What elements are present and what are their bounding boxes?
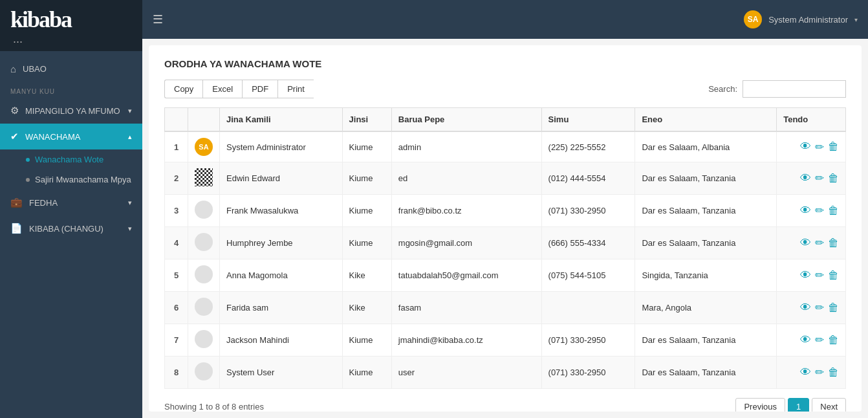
edit-icon[interactable]: ✏ (815, 269, 824, 282)
menu-section-label: MANYU KUU (0, 82, 142, 98)
view-icon[interactable]: 👁 (800, 366, 811, 379)
cell-avatar (188, 227, 220, 259)
cell-email: frank@bibo.co.tz (391, 195, 541, 227)
cell-num: 7 (165, 324, 188, 357)
cell-email: admin (391, 131, 541, 162)
delete-icon[interactable]: 🗑 (828, 269, 839, 282)
sidebar-item-sajiri[interactable]: Sajiri Mwanachama Mpya (0, 170, 142, 190)
cell-avatar (188, 324, 220, 357)
cell-action: 👁 ✏ 🗑 (777, 357, 846, 389)
cell-action: 👁 ✏ 🗑 (777, 227, 846, 259)
sidebar-item-kibaba-changu[interactable]: 📄 KIBABA (CHANGU) ▾ (0, 215, 142, 241)
avatar (195, 330, 213, 348)
cell-phone: (071) 330-2950 (541, 357, 635, 389)
table-row: 8System UserKiumeuser(071) 330-2950Dar e… (165, 357, 846, 389)
chevron-down-icon: ▾ (128, 107, 132, 115)
edit-icon[interactable]: ✏ (815, 333, 824, 347)
cell-gender: Kiume (342, 227, 391, 259)
cell-location: Dar es Salaam, Albania (635, 131, 777, 162)
cell-email: user (391, 357, 541, 389)
col-num (165, 108, 188, 132)
col-location: Eneo (635, 108, 777, 132)
cell-num: 3 (165, 195, 188, 227)
chevron-down-icon: ▾ (128, 225, 132, 233)
copy-button[interactable]: Copy (164, 80, 202, 98)
edit-icon[interactable]: ✏ (815, 204, 824, 217)
view-icon[interactable]: 👁 (800, 172, 811, 185)
sidebar-item-ubao-label: UBAO (23, 64, 47, 74)
view-icon[interactable]: 👁 (800, 302, 811, 314)
previous-button[interactable]: Previous (735, 398, 785, 412)
gear-icon: ⚙ (10, 105, 19, 116)
cell-action: 👁 ✏ 🗑 (777, 292, 846, 324)
cell-phone (541, 292, 635, 324)
delete-icon[interactable]: 🗑 (828, 237, 839, 250)
delete-icon[interactable]: 🗑 (828, 366, 839, 379)
view-icon[interactable]: 👁 (800, 334, 811, 347)
search-area: Search: (708, 80, 846, 98)
cell-email: jmahindi@kibaba.co.tz (391, 324, 541, 357)
cell-action: 👁 ✏ 🗑 (777, 131, 846, 162)
table-header-row: Jina Kamili Jinsi Barua Pepe Simu Eneo T… (165, 108, 846, 132)
cell-location: Dar es Salaam, Tanzania (635, 195, 777, 227)
delete-icon[interactable]: 🗑 (828, 302, 839, 314)
cell-avatar (188, 357, 220, 389)
cell-name: Jackson Mahindi (220, 324, 343, 357)
sidebar: kibaba ... ⌂ UBAO MANYU KUU ⚙ MIPANGILIO… (0, 0, 142, 418)
view-icon[interactable]: 👁 (800, 140, 811, 153)
document-icon: 📄 (10, 223, 23, 234)
cell-email: fasam (391, 292, 541, 324)
view-icon[interactable]: 👁 (800, 237, 811, 250)
view-icon[interactable]: 👁 (800, 269, 811, 282)
action-icons: 👁 ✏ 🗑 (783, 301, 839, 314)
cell-phone: (012) 444-5554 (541, 162, 635, 195)
cell-name: Humphrey Jembe (220, 227, 343, 259)
cell-name: Farida sam (220, 292, 343, 324)
sidebar-item-wanachama-wote[interactable]: Wanachama Wote (0, 149, 142, 170)
cell-location: Singida, Tanzania (635, 259, 777, 292)
col-email: Barua Pepe (391, 108, 541, 132)
page-1-button[interactable]: 1 (788, 398, 809, 412)
cell-phone: (225) 225-5552 (541, 131, 635, 162)
avatar (195, 362, 213, 380)
col-name: Jina Kamili (220, 108, 343, 132)
cell-gender: Kiume (342, 131, 391, 162)
cell-phone: (666) 555-4334 (541, 227, 635, 259)
sidebar-item-ubao[interactable]: ⌂ UBAO (0, 56, 142, 82)
print-button[interactable]: Print (277, 80, 314, 98)
avatar (195, 298, 213, 316)
hamburger-icon[interactable]: ☰ (153, 12, 163, 27)
cell-gender: Kiume (342, 162, 391, 195)
action-icons: 👁 ✏ 🗑 (783, 204, 839, 217)
chevron-down-icon[interactable]: ▾ (854, 16, 858, 23)
delete-icon[interactable]: 🗑 (828, 334, 839, 347)
edit-icon[interactable]: ✏ (815, 301, 824, 314)
delete-icon[interactable]: 🗑 (828, 172, 839, 185)
search-input[interactable] (743, 80, 846, 98)
edit-icon[interactable]: ✏ (815, 236, 824, 250)
edit-icon[interactable]: ✏ (815, 366, 824, 379)
edit-icon[interactable]: ✏ (815, 171, 824, 185)
pdf-button[interactable]: PDF (242, 80, 277, 98)
sidebar-item-mipangilio[interactable]: ⚙ MIPANGILIO YA MFUMO ▾ (0, 98, 142, 124)
table-row: 4Humphrey JembeKiumemgosin@gmail.com(666… (165, 227, 846, 259)
col-phone: Simu (541, 108, 635, 132)
cell-name: Edwin Edward (220, 162, 343, 195)
showing-entries: Showing 1 to 8 of 8 entries (164, 402, 264, 412)
view-icon[interactable]: 👁 (800, 204, 811, 217)
edit-icon[interactable]: ✏ (815, 140, 824, 154)
delete-icon[interactable]: 🗑 (828, 140, 839, 153)
cell-action: 👁 ✏ 🗑 (777, 259, 846, 292)
excel-button[interactable]: Excel (202, 80, 242, 98)
delete-icon[interactable]: 🗑 (828, 204, 839, 217)
action-icons: 👁 ✏ 🗑 (783, 140, 839, 154)
cell-phone: (071) 330-2950 (541, 324, 635, 357)
sidebar-item-fedha[interactable]: 💼 FEDHA ▾ (0, 190, 142, 215)
action-icons: 👁 ✏ 🗑 (783, 171, 839, 185)
briefcase-icon: 💼 (10, 197, 23, 208)
cell-num: 5 (165, 259, 188, 292)
next-button[interactable]: Next (812, 398, 846, 412)
avatar (195, 201, 213, 219)
table-row: 2Edwin EdwardKiumeed(012) 444-5554Dar es… (165, 162, 846, 195)
sidebar-item-wanachama[interactable]: ✔ WANACHAMA ▴ (0, 124, 142, 149)
